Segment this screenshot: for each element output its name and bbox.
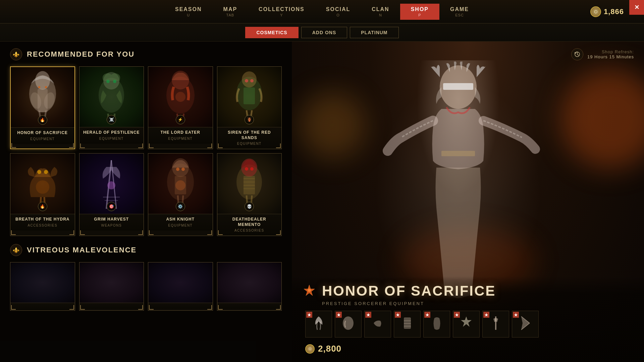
nav-map-key: TAB xyxy=(226,13,234,17)
item-category: WEAPONS xyxy=(83,224,141,227)
item-card-info: BREATH OF THE HYDRA ACCESSORIES xyxy=(10,214,75,231)
item-vitreous-4[interactable] xyxy=(217,262,282,311)
item-vitreous-2[interactable] xyxy=(79,262,144,311)
price-amount: 2,800 xyxy=(318,344,341,354)
nav-season[interactable]: SEASON U xyxy=(164,4,213,20)
item-piece-7[interactable] xyxy=(482,311,509,338)
svg-point-5 xyxy=(38,86,40,88)
item-icon-badge: ⚙️ xyxy=(176,202,185,211)
currency-display: ⬡ 1,866 xyxy=(590,6,624,17)
item-card-image xyxy=(10,262,75,303)
item-deathdealer-memento[interactable]: 💀 DEATHDEALER MEMENTO ACCESSORIES xyxy=(217,153,282,236)
items-grid-vitreous xyxy=(10,262,282,311)
nav-map[interactable]: MAP TAB xyxy=(213,4,248,20)
svg-point-17 xyxy=(242,71,257,87)
item-card-image xyxy=(217,262,282,303)
item-card-image: ⚡ xyxy=(148,67,213,127)
item-icon-badge: ☠️ xyxy=(107,115,116,124)
svg-rect-46 xyxy=(441,151,475,156)
refresh-time: 19 Hours 15 Minutes xyxy=(587,54,634,59)
svg-point-1 xyxy=(35,71,50,90)
item-detail-header: HONOR OF SACRIFICE xyxy=(302,283,634,299)
sub-nav-platinum[interactable]: Platinum xyxy=(350,27,398,38)
item-price-row: ⬡ 2,800 xyxy=(305,344,634,354)
item-category: ACCESSORIES xyxy=(221,229,278,232)
item-detail-subtitle: PRESTIGE SORCERER EQUIPMENT xyxy=(322,301,634,306)
item-piece-1[interactable] xyxy=(305,311,332,338)
item-honor-of-sacrifice[interactable]: 🔥 HONOR OF SACRIFICE EQUIPMENT xyxy=(10,66,75,149)
shop-refresh: Shop Refresh: 19 Hours 15 Minutes xyxy=(571,48,634,60)
nav-shop-label: SHOP xyxy=(411,6,429,12)
item-card-image xyxy=(148,262,213,303)
item-grim-harvest[interactable]: 🎯 GRIM HARVEST WEAPONS xyxy=(79,153,144,236)
item-siren-red-sands[interactable]: 🏺 SIREN OF THE RED SANDS EQUIPMENT xyxy=(217,66,282,149)
nav-collections-label: COLLECTIONS xyxy=(259,6,305,12)
item-detail-icon xyxy=(302,284,317,298)
item-piece-5[interactable] xyxy=(423,311,450,338)
item-piece-4[interactable] xyxy=(394,311,421,338)
fire-glow-left xyxy=(299,92,366,159)
section-title-2: Vitreous Malevolence xyxy=(27,246,137,254)
item-piece-3[interactable] xyxy=(364,311,391,338)
svg-point-19 xyxy=(245,79,248,82)
item-card-image: 🎯 xyxy=(79,154,144,214)
nav-collections[interactable]: COLLECTIONS Y xyxy=(248,4,315,20)
section-recommended-header: ⚜️ Recommended for You xyxy=(10,48,282,60)
item-name: THE LORD EATER xyxy=(152,130,209,135)
item-herald-of-pestilence[interactable]: ☠️ HERALD OF PESTILENCE EQUIPMENT xyxy=(79,66,144,149)
item-ash-knight[interactable]: ⚙️ ASH KNIGHT EQUIPMENT xyxy=(148,153,213,236)
item-piece-2[interactable] xyxy=(335,311,362,338)
nav-shop-key: P xyxy=(418,13,421,17)
piece-icon-6 xyxy=(459,315,474,334)
sub-nav-addons[interactable]: Add Ons xyxy=(301,27,347,38)
item-icon-badge: 🔥 xyxy=(38,115,47,125)
item-piece-6[interactable] xyxy=(453,311,480,338)
item-name: ASH KNIGHT xyxy=(152,217,209,222)
nav-map-label: MAP xyxy=(223,6,237,12)
item-card-info: HONOR OF SACRIFICE EQUIPMENT xyxy=(11,127,74,144)
item-breath-hydra[interactable]: 🔥 BREATH OF THE HYDRA ACCESSORIES xyxy=(10,153,75,236)
nav-clan[interactable]: CLAN N xyxy=(361,4,400,20)
nav-game-label: GAME xyxy=(450,6,469,12)
svg-point-21 xyxy=(37,170,41,174)
currency-amount: 1,866 xyxy=(604,7,624,16)
svg-point-26 xyxy=(107,181,115,189)
item-piece-8[interactable] xyxy=(512,311,539,338)
top-navigation: SEASON U MAP TAB COLLECTIONS Y SOCIAL O … xyxy=(0,0,644,23)
svg-point-43 xyxy=(250,167,254,171)
section-vitreous-header: ⚜️ Vitreous Malevolence xyxy=(10,244,282,256)
nav-season-label: SEASON xyxy=(175,6,202,12)
item-card-info: ASH KNIGHT EQUIPMENT xyxy=(148,214,213,231)
item-card-image: ☠️ xyxy=(79,67,144,127)
item-vitreous-3[interactable] xyxy=(148,262,213,311)
sub-nav-cosmetics[interactable]: Cosmetics xyxy=(245,27,298,38)
item-the-lord-eater[interactable]: ⚡ THE LORD EATER EQUIPMENT xyxy=(148,66,213,149)
item-icon-badge: 💀 xyxy=(245,202,254,211)
item-card-image xyxy=(79,262,144,303)
svg-point-6 xyxy=(45,86,47,88)
piece-icon-7 xyxy=(488,315,503,334)
svg-point-22 xyxy=(44,170,48,174)
svg-rect-45 xyxy=(443,83,473,90)
nav-shop[interactable]: SHOP P xyxy=(400,4,439,20)
items-grid-recommended: 🔥 HONOR OF SACRIFICE EQUIPMENT xyxy=(10,66,282,236)
price-coin-icon: ⬡ xyxy=(305,344,315,354)
nav-game[interactable]: GAME ESC xyxy=(439,4,480,20)
close-button[interactable]: ✕ xyxy=(629,0,644,15)
piece-badge-5 xyxy=(424,312,430,318)
main-content: ⚜️ Recommended for You xyxy=(0,42,644,362)
piece-badge-3 xyxy=(365,312,371,318)
piece-badge-7 xyxy=(483,312,489,318)
item-card-info xyxy=(79,303,144,309)
piece-icon-1 xyxy=(311,315,326,334)
item-detail-title: HONOR OF SACRIFICE xyxy=(322,283,496,299)
svg-point-15 xyxy=(175,92,185,102)
fire-glow-right xyxy=(560,68,644,169)
item-card-info: GRIM HARVEST WEAPONS xyxy=(79,214,144,231)
item-card-info xyxy=(10,303,75,310)
right-panel: Shop Refresh: 19 Hours 15 Minutes HONOR … xyxy=(292,42,644,362)
item-vitreous-1[interactable] xyxy=(10,262,75,311)
nav-social[interactable]: SOCIAL O xyxy=(315,4,361,20)
item-icon-badge: 🎯 xyxy=(107,202,116,211)
item-card-image: 🔥 xyxy=(11,67,74,127)
